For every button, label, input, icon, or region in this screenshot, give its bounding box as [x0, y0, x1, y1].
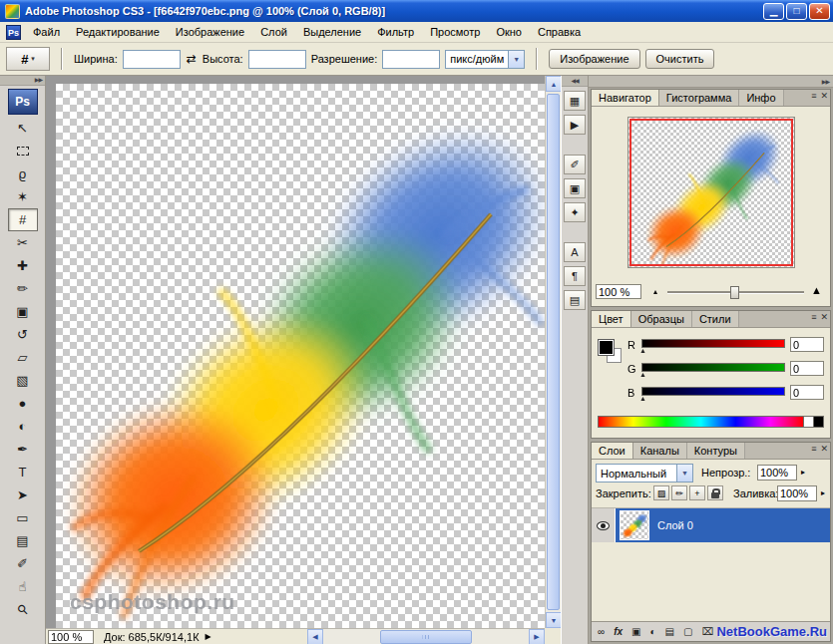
layer-visibility-cell[interactable] [592, 508, 616, 542]
delete-layer-button[interactable]: ⌧ [701, 626, 713, 637]
lock-position-button[interactable]: + [689, 485, 705, 500]
tab-swatches[interactable]: Образцы [631, 311, 692, 327]
collapse-dock-button[interactable]: ▶▶ [822, 78, 829, 85]
tab-histogram[interactable]: Гистограмма [659, 90, 740, 106]
layer-style-button[interactable]: fx [614, 626, 623, 637]
green-channel-slider[interactable] [641, 363, 785, 372]
lock-transparency-button[interactable]: ▨ [653, 485, 669, 500]
lasso-tool[interactable]: ϱ [8, 162, 38, 185]
fill-spinner-icon[interactable]: ▸ [821, 488, 825, 497]
blue-channel-value[interactable] [790, 385, 824, 400]
clone-source-panel-icon[interactable]: ▣ [564, 178, 586, 198]
histogram-panel-icon[interactable]: ▦ [564, 91, 586, 111]
menu-item-select[interactable]: Выделение [295, 23, 369, 41]
zoom-tool[interactable]: ⚲ [8, 598, 38, 621]
tab-layers[interactable]: Слои [592, 443, 633, 459]
tool-presets-panel-icon[interactable]: ✐ [564, 155, 586, 174]
paragraph-panel-icon[interactable]: ¶ [564, 266, 586, 286]
menu-item-filter[interactable]: Фильтр [369, 23, 422, 41]
red-channel-value[interactable] [790, 337, 824, 352]
color-close-icon[interactable]: ✕ [820, 312, 828, 322]
layer-row-sloy-0[interactable]: Слой 0 [592, 508, 830, 542]
opacity-field[interactable] [757, 465, 797, 481]
new-group-button[interactable]: ▤ [665, 626, 674, 637]
red-channel-slider[interactable] [641, 339, 785, 348]
v-scroll-track[interactable] [546, 92, 561, 612]
front-image-button[interactable]: Изображение [549, 49, 639, 69]
color-spectrum-bar[interactable] [598, 416, 824, 428]
layers-panel-menu-icon[interactable]: ≡ [811, 444, 816, 454]
maximize-button[interactable]: □ [786, 3, 807, 20]
menu-item-window[interactable]: Окно [488, 23, 530, 41]
h-scroll-left-button[interactable]: ◀ [307, 629, 323, 644]
v-scroll-up-button[interactable]: ▲ [546, 76, 562, 92]
color-panel-menu-icon[interactable]: ≡ [811, 312, 816, 322]
healing-brush-tool[interactable]: ✚ [8, 254, 38, 277]
tab-styles[interactable]: Стили [692, 311, 739, 327]
adjustment-layer-button[interactable]: ◐ [650, 626, 656, 637]
navigator-panel-menu-icon[interactable]: ≡ [811, 91, 816, 101]
clone-stamp-tool[interactable]: ▣ [8, 300, 38, 323]
layer-thumbnail[interactable] [620, 510, 649, 540]
zoom-out-icon[interactable]: ▴ [653, 287, 657, 296]
layers-close-icon[interactable]: ✕ [820, 444, 828, 454]
move-tool[interactable]: ↖ [8, 117, 38, 140]
navigator-close-icon[interactable]: ✕ [820, 91, 828, 101]
blue-channel-slider[interactable] [641, 387, 785, 396]
v-scroll-down-button[interactable]: ▼ [546, 612, 562, 628]
spectrum-white-cell[interactable] [803, 417, 813, 427]
lock-pixels-button[interactable]: ✏ [671, 485, 687, 500]
layer-name[interactable]: Слой 0 [657, 519, 693, 531]
eraser-tool[interactable]: ▱ [8, 346, 38, 369]
height-field[interactable] [248, 50, 306, 69]
blue-slider-thumb-icon[interactable]: ▲ [639, 395, 646, 402]
notes-tool[interactable]: ▤ [8, 529, 38, 552]
navigator-zoom-field[interactable] [596, 284, 641, 299]
expand-dock-button[interactable]: ◀◀ [562, 76, 588, 87]
h-scroll-thumb[interactable] [380, 630, 472, 644]
fill-field[interactable] [777, 485, 817, 501]
rectangular-marquee-tool[interactable] [8, 140, 38, 162]
h-scrollbar[interactable]: ◀ ▶ [307, 629, 545, 644]
tab-channels[interactable]: Каналы [633, 443, 687, 459]
resolution-units-select[interactable]: пикс/дюйм ▼ [445, 50, 525, 69]
lock-all-button[interactable] [707, 485, 723, 500]
tab-color[interactable]: Цвет [592, 311, 631, 327]
navigator-zoom-thumb[interactable] [730, 286, 739, 299]
tab-info[interactable]: Инфо [739, 90, 783, 106]
magic-wand-tool[interactable]: ✶ [8, 185, 38, 208]
width-field[interactable] [123, 50, 181, 69]
dropdown-arrow-icon[interactable]: ▼ [508, 51, 524, 68]
menu-item-view[interactable]: Просмотр [422, 23, 488, 41]
navigator-zoom-slider[interactable] [667, 291, 804, 294]
close-button[interactable]: ✕ [809, 3, 830, 20]
add-layer-mask-button[interactable]: ▣ [631, 626, 640, 637]
green-channel-value[interactable] [790, 361, 824, 376]
shape-tool[interactable]: ▭ [8, 506, 38, 529]
pen-tool[interactable]: ✒ [8, 438, 38, 461]
swap-dimensions-icon[interactable]: ⇄ [186, 52, 198, 66]
opacity-spinner-icon[interactable]: ▸ [801, 468, 805, 477]
tools-palette-header[interactable]: ▶▶ [0, 76, 45, 86]
character-panel-icon[interactable]: A [564, 242, 586, 262]
actions-panel-icon[interactable]: ▶ [564, 115, 586, 135]
tool-preset-picker[interactable]: # ▾ [6, 47, 50, 71]
styles-panel-icon[interactable]: ✦ [564, 202, 586, 222]
hand-tool[interactable]: ☝ [8, 575, 38, 598]
eyedropper-tool[interactable]: ✐ [8, 552, 38, 575]
menu-item-image[interactable]: Изображение [168, 23, 252, 41]
brush-tool[interactable]: ✏ [8, 277, 38, 300]
h-scroll-track[interactable] [323, 629, 529, 644]
menu-item-layer[interactable]: Слой [252, 23, 295, 41]
history-brush-tool[interactable]: ↺ [8, 323, 38, 346]
navigator-view-frame[interactable] [629, 119, 793, 266]
dodge-tool[interactable]: ◐ [8, 415, 38, 438]
menu-item-help[interactable]: Справка [530, 23, 589, 41]
path-selection-tool[interactable]: ➤ [8, 483, 38, 506]
blend-mode-select[interactable]: Нормальный ▼ [596, 464, 693, 483]
blur-tool[interactable]: ● [8, 392, 38, 415]
minimize-button[interactable]: ▁ [763, 3, 784, 20]
zoom-level-field[interactable] [48, 630, 94, 644]
v-scrollbar[interactable]: ▲ ▼ [545, 76, 561, 628]
gradient-tool[interactable]: ▧ [8, 369, 38, 392]
